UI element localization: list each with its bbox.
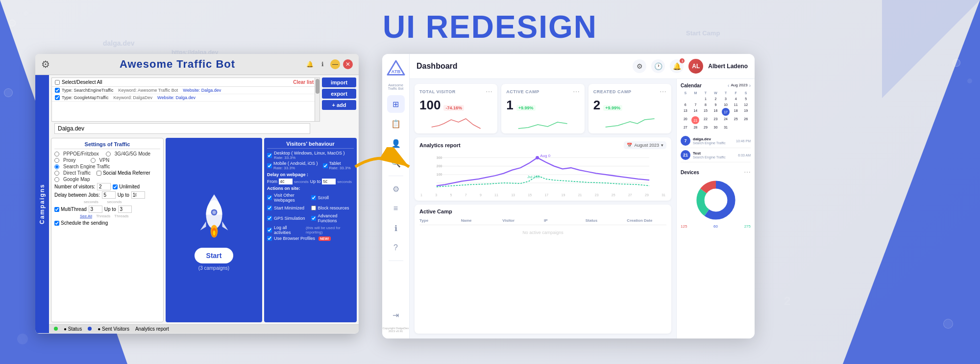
- cal-day-17[interactable]: 17: [722, 108, 730, 116]
- schedule-checkbox[interactable]: [54, 221, 59, 226]
- export-button[interactable]: export: [322, 89, 356, 99]
- num-visitors-input[interactable]: [97, 183, 111, 190]
- import-button[interactable]: import: [322, 78, 356, 87]
- cal-day-27[interactable]: 27: [681, 125, 690, 130]
- delay-from-input[interactable]: [279, 179, 293, 184]
- campaigns-tab[interactable]: Campaigns: [35, 75, 49, 333]
- cal-day-14[interactable]: 14: [691, 108, 701, 116]
- sidebar-item-threads[interactable]: ≡: [387, 200, 405, 217]
- device-tablet-checkbox[interactable]: [323, 163, 328, 168]
- camp-checkbox-1[interactable]: [55, 88, 60, 93]
- cal-day-11[interactable]: 11: [731, 102, 741, 107]
- cal-day-19[interactable]: 19: [741, 108, 751, 116]
- campaign-item-2[interactable]: Type: GoogleMapTraffic Keyword: DalgaDev…: [52, 94, 319, 102]
- cal-day-16[interactable]: 16: [711, 108, 721, 116]
- radio-pppoe-row: PPPOE/Fritzbox 3G/4G/5G Mode: [54, 151, 160, 156]
- stat-created-camp-menu[interactable]: ⋯: [660, 88, 666, 96]
- radio-pppoe[interactable]: [54, 152, 59, 156]
- select-all-checkbox[interactable]: [55, 80, 60, 85]
- device-desktop-checkbox[interactable]: [267, 153, 272, 158]
- radio-se[interactable]: [54, 164, 59, 169]
- action-profiles-checkbox[interactable]: [267, 236, 272, 241]
- cal-day-13[interactable]: 13: [681, 108, 690, 116]
- cal-day-22[interactable]: 22: [701, 116, 710, 124]
- stat-created-camp-value-row: 2 +9.99%: [593, 98, 666, 113]
- see-all-link[interactable]: See All: [80, 214, 92, 218]
- campaign-item-1[interactable]: Type: SearchEngineTraffic Keyword: Aweso…: [52, 87, 319, 94]
- action-gps-checkbox[interactable]: [267, 216, 272, 221]
- cal-day-12[interactable]: 12: [741, 102, 751, 107]
- cal-day-31[interactable]: 31: [721, 125, 731, 130]
- sidebar: ATB AwesomeTraffic Bot ⊞ 📋 👤 🔍 ⚙ ≡ ℹ ? ⇥…: [382, 54, 410, 338]
- sidebar-item-logout[interactable]: ⇥: [387, 306, 405, 324]
- copyright-text: Copyright DalgaDev 2023 v0.91: [382, 327, 409, 333]
- campaign-url-input[interactable]: [54, 123, 310, 134]
- cal-day-21[interactable]: 21: [691, 116, 699, 124]
- settings-gear-icon[interactable]: ⚙: [41, 58, 50, 70]
- date-picker[interactable]: 📅 August 2023 ▾: [624, 141, 666, 149]
- topbar-settings-button[interactable]: ⚙: [633, 59, 646, 73]
- devices-menu-button[interactable]: ⋯: [744, 168, 751, 176]
- action-block-checkbox[interactable]: [311, 206, 316, 210]
- multithread-checkbox-row: MultiThread: [54, 207, 87, 212]
- sidebar-item-about[interactable]: ℹ: [387, 219, 405, 237]
- topbar-notification-button[interactable]: 🔔 3: [670, 59, 684, 73]
- stat-total-visitor-menu[interactable]: ⋯: [486, 88, 492, 96]
- cal-day-6[interactable]: 6: [681, 102, 690, 107]
- cal-day-5[interactable]: 5: [741, 96, 751, 102]
- cal-day-20[interactable]: 20: [681, 116, 690, 124]
- sidebar-item-campaigns[interactable]: 📋: [387, 115, 405, 132]
- list-scrollbar[interactable]: [315, 78, 319, 121]
- topbar-clock-button[interactable]: 🕐: [651, 59, 665, 73]
- bell-icon[interactable]: 🔔: [305, 59, 315, 69]
- cal-day-15[interactable]: 15: [701, 108, 710, 116]
- cal-day-28[interactable]: 28: [691, 125, 701, 130]
- cal-day-8[interactable]: 8: [701, 102, 710, 107]
- minimize-button[interactable]: —: [330, 59, 340, 69]
- start-button[interactable]: Start: [195, 248, 234, 263]
- cal-day-3[interactable]: 3: [721, 96, 731, 102]
- cal-day-9[interactable]: 9: [711, 102, 721, 107]
- cal-day-1[interactable]: 1: [701, 96, 710, 102]
- action-visit-checkbox[interactable]: [267, 195, 272, 200]
- cal-day-24[interactable]: 24: [721, 116, 731, 124]
- calendar-prev-button[interactable]: ‹: [728, 83, 729, 88]
- multithread-checkbox[interactable]: [54, 207, 59, 212]
- radio-vpn[interactable]: [91, 158, 96, 163]
- cal-day-10[interactable]: 10: [721, 102, 731, 107]
- cal-day-26[interactable]: 26: [741, 116, 751, 124]
- cal-day-23[interactable]: 23: [711, 116, 721, 124]
- close-button[interactable]: ✕: [343, 59, 353, 69]
- clear-list-label[interactable]: Clear list |: [293, 79, 317, 85]
- cal-day-29[interactable]: 29: [701, 125, 710, 130]
- thread-from-input[interactable]: [89, 206, 102, 213]
- add-button[interactable]: + add: [322, 100, 356, 110]
- unlimited-checkbox[interactable]: [113, 184, 118, 189]
- action-advanced-checkbox[interactable]: [311, 216, 316, 221]
- cal-day-4[interactable]: 4: [731, 96, 741, 102]
- cal-day-30[interactable]: 30: [711, 125, 721, 130]
- delay-to-input[interactable]: [131, 191, 145, 199]
- radio-google[interactable]: [54, 177, 59, 182]
- cal-day-2[interactable]: 2: [711, 96, 721, 102]
- cal-day-18[interactable]: 18: [731, 108, 741, 116]
- action-minimized-checkbox[interactable]: [267, 206, 272, 210]
- radio-proxy[interactable]: [54, 158, 59, 163]
- action-log-checkbox[interactable]: [267, 228, 272, 233]
- calendar-next-button[interactable]: ›: [749, 83, 751, 88]
- cal-day-25[interactable]: 25: [731, 116, 741, 124]
- radio-3g[interactable]: [106, 152, 111, 156]
- info-icon[interactable]: ℹ: [318, 59, 327, 69]
- delay-from-input[interactable]: [102, 191, 116, 199]
- sidebar-item-help[interactable]: ?: [387, 239, 405, 257]
- social-media-checkbox[interactable]: [97, 171, 101, 176]
- action-scroll-checkbox[interactable]: [311, 195, 316, 200]
- radio-direct[interactable]: [54, 171, 59, 176]
- delay-to-input[interactable]: [322, 179, 336, 184]
- cal-day-7[interactable]: 7: [691, 102, 701, 107]
- sidebar-item-dashboard[interactable]: ⊞: [387, 95, 405, 113]
- camp-checkbox-2[interactable]: [55, 95, 60, 100]
- stat-active-camp-menu[interactable]: ⋯: [573, 88, 580, 96]
- device-mobile-checkbox[interactable]: [267, 163, 272, 168]
- thread-to-input[interactable]: [118, 206, 132, 213]
